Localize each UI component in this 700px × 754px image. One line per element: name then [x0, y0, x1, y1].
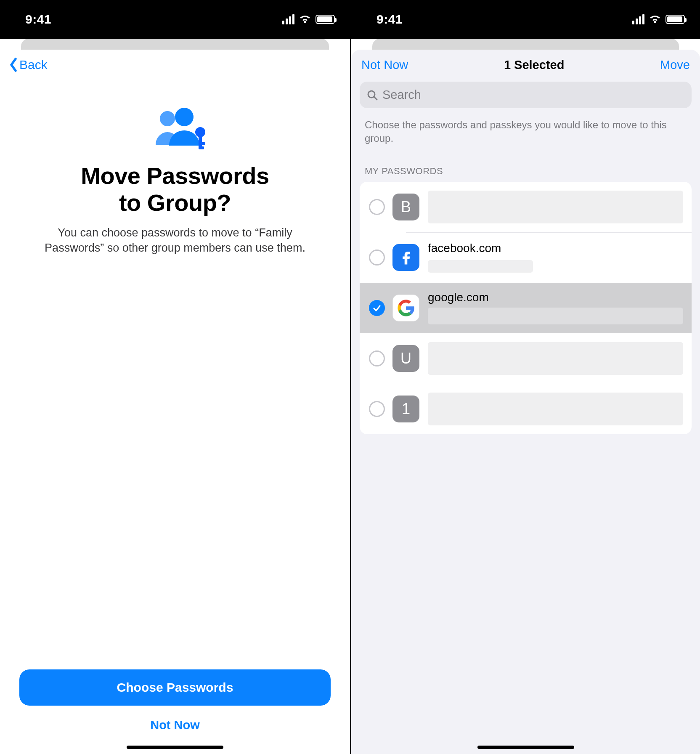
sheet-peek: [21, 39, 329, 50]
move-button[interactable]: Move: [660, 58, 690, 72]
row-text: [428, 191, 683, 223]
redacted-text: [428, 260, 533, 273]
choose-passwords-button[interactable]: Choose Passwords: [19, 669, 331, 706]
bottom-actions: Choose Passwords Not Now: [0, 669, 350, 732]
back-label: Back: [19, 58, 48, 72]
move-passwords-sheet: Back: [0, 50, 350, 754]
status-indicators: [632, 14, 685, 24]
hero: Move Passwords to Group? You can choose …: [0, 105, 350, 256]
redacted-text: [428, 393, 683, 425]
selection-radio[interactable]: [369, 250, 385, 265]
list-item[interactable]: B: [360, 182, 692, 232]
svg-rect-4: [199, 142, 205, 145]
status-indicators: [282, 14, 335, 24]
redacted-text: [428, 342, 683, 375]
redacted-text: [428, 308, 683, 324]
site-icon: B: [392, 194, 419, 220]
group-key-icon: [137, 105, 213, 151]
back-button[interactable]: Back: [9, 58, 48, 72]
search-placeholder: Search: [382, 88, 421, 102]
svg-rect-5: [199, 146, 204, 149]
section-header: MY PASSWORDS: [351, 146, 700, 182]
page-subtitle: You can choose passwords to move to “Fam…: [25, 225, 325, 256]
selection-radio[interactable]: [369, 300, 385, 316]
status-time: 9:41: [377, 12, 403, 27]
row-text: [428, 393, 683, 425]
not-now-button[interactable]: Not Now: [150, 718, 200, 732]
row-text: google.com: [428, 291, 683, 324]
search-input[interactable]: Search: [360, 82, 692, 108]
list-item[interactable]: google.com: [360, 283, 692, 333]
not-now-button[interactable]: Not Now: [361, 58, 408, 72]
status-bar: 9:41: [351, 0, 700, 39]
status-time: 9:41: [25, 12, 51, 27]
svg-point-0: [160, 111, 175, 126]
site-label: facebook.com: [428, 242, 683, 255]
cellular-icon: [282, 14, 294, 24]
selection-radio[interactable]: [369, 401, 385, 417]
battery-icon: [666, 15, 685, 24]
site-icon: U: [392, 345, 419, 372]
wifi-icon: [299, 15, 311, 24]
sheet-peek: [372, 39, 679, 50]
selection-radio[interactable]: [369, 199, 385, 215]
home-indicator[interactable]: [127, 746, 223, 749]
battery-icon: [316, 15, 335, 24]
list-item[interactable]: 1: [360, 384, 692, 434]
facebook-icon: [392, 244, 419, 271]
nav-bar: Back: [0, 50, 350, 80]
select-passwords-sheet: Not Now 1 Selected Move Search Choose th…: [351, 50, 700, 754]
cellular-icon: [632, 14, 644, 24]
passwords-list: B facebook.com: [360, 182, 692, 434]
google-icon: [392, 295, 419, 321]
check-icon: [372, 303, 382, 313]
list-item[interactable]: U: [360, 333, 692, 384]
svg-point-1: [175, 108, 194, 126]
phone-right: 9:41 Not Now 1 Selected Move Search Choo…: [350, 0, 700, 754]
status-bar: 9:41: [0, 0, 350, 39]
svg-rect-3: [199, 135, 202, 148]
site-label: google.com: [428, 291, 683, 304]
chevron-left-icon: [9, 58, 18, 72]
wifi-icon: [649, 15, 661, 24]
page-title: Move Passwords to Group?: [81, 162, 269, 217]
search-container: Search: [360, 82, 692, 108]
search-icon: [366, 89, 378, 101]
row-text: [428, 342, 683, 375]
home-indicator[interactable]: [477, 746, 574, 749]
row-text: facebook.com: [428, 242, 683, 273]
svg-line-7: [374, 97, 377, 100]
nav-bar: Not Now 1 Selected Move: [351, 50, 700, 80]
redacted-text: [428, 191, 683, 223]
selection-radio[interactable]: [369, 350, 385, 366]
list-item[interactable]: facebook.com: [360, 232, 692, 283]
site-icon: 1: [392, 396, 419, 422]
phone-left: 9:41 Back: [0, 0, 350, 754]
helper-text: Choose the passwords and passkeys you wo…: [351, 108, 700, 146]
nav-title: 1 Selected: [504, 58, 564, 72]
